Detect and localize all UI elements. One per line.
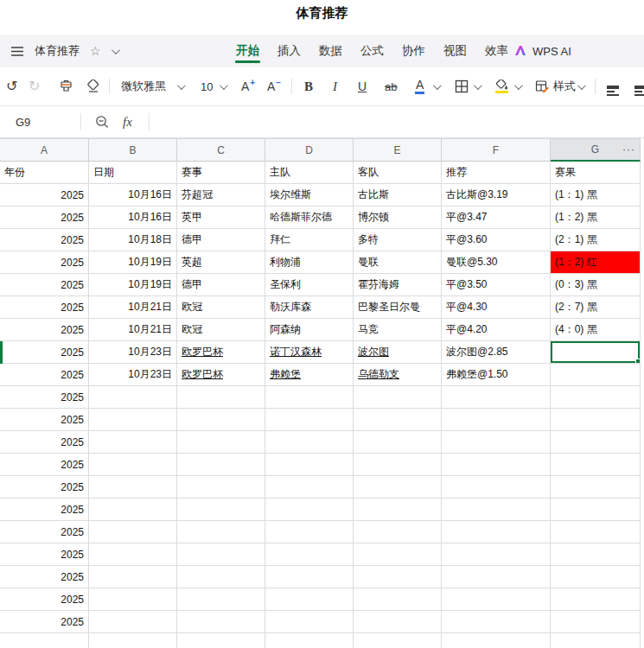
cell-away-team[interactable] [354,431,442,454]
column-title-cell[interactable]: 日期 [89,162,177,184]
cell-tip[interactable]: 平@4.30 [442,296,551,319]
column-title-cell[interactable]: 客队 [354,162,442,184]
cell-tip[interactable] [442,476,551,499]
cell-date[interactable]: 10月16日 [89,184,177,206]
tab-6[interactable]: 效率 [484,35,509,67]
cell-event[interactable]: 英超 [177,251,265,274]
cell-result[interactable] [551,566,641,588]
cell-home-team[interactable]: 拜仁 [265,229,354,251]
cell-year[interactable]: 2025 [0,409,89,431]
cell-year[interactable]: 2025 [0,341,89,364]
cell-home-team[interactable] [265,566,354,588]
cell-away-team[interactable] [354,521,442,543]
cell-away-team[interactable] [354,566,442,588]
cell-result[interactable] [551,364,641,386]
cell-event[interactable] [177,633,265,648]
formula-input[interactable] [160,106,644,137]
more-columns-button[interactable]: ··· [622,143,635,156]
cell-home-team[interactable]: 勒沃库森 [265,296,354,319]
cell-result[interactable] [551,521,641,543]
cell-home-team[interactable]: 诺丁汉森林 [265,341,354,364]
cell-result[interactable] [551,454,641,476]
cell-event[interactable] [177,521,265,543]
cell-away-team[interactable]: 乌德勒支 [354,364,442,386]
cell-tip[interactable] [442,499,551,521]
cell-tip[interactable]: 平@3.60 [442,229,551,251]
cell-tip[interactable] [442,386,551,409]
cell-tip[interactable] [442,611,551,633]
underline-button[interactable]: U [358,67,367,105]
column-header-C[interactable]: C [177,139,265,162]
column-header-E[interactable]: E [354,139,442,162]
strikethrough-button[interactable]: ab [385,67,397,105]
cell-year[interactable]: 2025 [0,454,89,476]
cell-result[interactable] [551,588,641,611]
font-size-chevron-icon[interactable] [220,67,226,105]
fill-color-button[interactable] [494,67,508,105]
cell-date[interactable] [89,476,177,499]
cell-event[interactable]: 欧罗巴杯 [177,364,265,386]
cell-event[interactable]: 欧罗巴杯 [177,341,265,364]
tab-5[interactable]: 视图 [443,35,468,67]
cell-event[interactable]: 欧冠 [177,296,265,319]
cell-home-team[interactable] [265,454,354,476]
column-title-cell[interactable]: 赛果 [551,162,641,184]
cell-date[interactable]: 10月18日 [89,229,177,251]
cell-event[interactable] [177,588,265,611]
cell-year[interactable]: 2025 [0,251,89,274]
cell-home-team[interactable] [265,499,354,521]
cell-year[interactable]: 2025 [0,296,89,319]
cell-tip[interactable] [442,588,551,611]
cell-result[interactable] [551,499,641,521]
cell-home-team[interactable] [265,521,354,543]
cell-away-team[interactable]: 博尔顿 [354,206,442,229]
column-header-G[interactable]: G··· [551,139,641,162]
column-header-A[interactable]: A [0,139,89,162]
cell-reference-box[interactable]: G9 [16,106,30,137]
cell-style-chevron-icon[interactable] [577,67,583,105]
cell-style-button[interactable]: 样式 [535,67,576,105]
cell-away-team[interactable]: 波尔图 [354,341,442,364]
cell-result[interactable]: (2：7) 黑 [551,296,641,319]
cell-tip[interactable]: 弗赖堡@1.50 [442,364,551,386]
column-title-cell[interactable]: 推荐 [442,162,551,184]
cell-result[interactable] [551,543,641,566]
cell-year[interactable]: 2025 [0,588,89,611]
redo-button[interactable]: ↻ [29,67,40,105]
cell-year[interactable]: 2025 [0,364,89,386]
search-minus-icon[interactable] [95,106,110,137]
undo-button[interactable]: ↺ [6,67,17,105]
font-name-select[interactable]: 微软雅黑 [121,67,166,105]
cell-event[interactable]: 英甲 [177,206,265,229]
cell-result[interactable]: (4：0) 黑 [551,319,641,341]
star-icon[interactable]: ☆ [90,45,101,57]
cell-home-team[interactable] [265,409,354,431]
cell-tip[interactable]: 平@3.50 [442,274,551,296]
column-header-F[interactable]: F [442,139,551,162]
cell-away-team[interactable]: 霍芬海姆 [354,274,442,296]
cell-date[interactable] [89,543,177,566]
cell-date[interactable] [89,386,177,409]
cell-result-selected[interactable] [551,341,641,364]
cell-result[interactable] [551,431,641,454]
align-left-button[interactable] [607,67,619,105]
cell-date[interactable] [89,454,177,476]
cell-event[interactable]: 芬超冠 [177,184,265,206]
font-color-button[interactable]: A [415,67,424,105]
insert-function-button[interactable]: fx [123,106,132,137]
cell-event[interactable] [177,386,265,409]
cell-year[interactable]: 2025 [0,229,89,251]
cell-tip[interactable]: 曼联@5.30 [442,251,551,274]
cell-event[interactable]: 欧冠 [177,319,265,341]
cell-home-team[interactable] [265,543,354,566]
cell-away-team[interactable] [354,611,442,633]
cell-away-team[interactable]: 多特 [354,229,442,251]
cell-year[interactable]: 2025 [0,319,89,341]
cell-date[interactable] [89,499,177,521]
cell-tip[interactable] [442,409,551,431]
cell-tip[interactable] [442,566,551,588]
cell-tip[interactable] [442,431,551,454]
cell-event[interactable] [177,543,265,566]
tab-3[interactable]: 公式 [360,35,385,67]
italic-button[interactable]: I [333,67,337,105]
